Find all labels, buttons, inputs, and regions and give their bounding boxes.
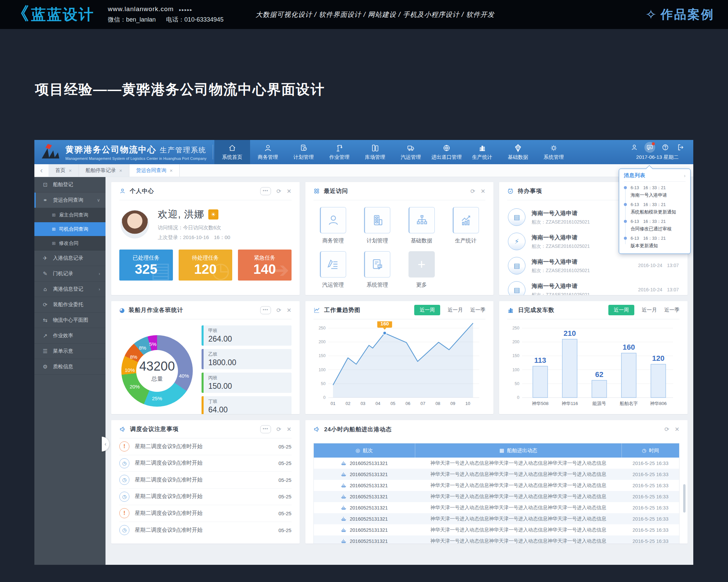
legend-item: 甲班264.00 <box>202 325 291 346</box>
message-item[interactable]: 6-13 16：33：21 系统船舶模块更新通知 <box>624 202 685 215</box>
trend-icon: ↗ <box>42 332 49 339</box>
close-icon[interactable]: × <box>170 168 173 173</box>
nav-item-stats[interactable]: 生产统计 <box>464 140 500 164</box>
meeting-item[interactable]: ! 星期二调度会议9点准时开始 05-25 <box>119 505 291 522</box>
refresh-button[interactable]: ⟳ <box>276 307 281 313</box>
logout-icon[interactable] <box>675 142 686 153</box>
help-icon[interactable] <box>660 142 671 153</box>
filter-month[interactable]: 近一月 <box>448 307 463 313</box>
filter-quarter[interactable]: 近一季 <box>470 307 485 313</box>
meeting-item[interactable]: ◷ 星期二调度会议9点准时开始 05-25 <box>119 488 291 505</box>
sidebar-item-ship-register[interactable]: ⊡ 船舶登记 <box>34 177 105 193</box>
table-row[interactable]: 20160525131321神华天津一号进入动态信息神华天津一号进入动态信息神华… <box>314 480 679 491</box>
filter-month[interactable]: 近一月 <box>642 307 657 313</box>
sidebar-item-employer-contract[interactable]: ⊞ 雇主合同查询 <box>34 208 105 222</box>
message-item[interactable]: 6-13 16：33：21 合同修改已通过审核 <box>624 219 685 232</box>
nav-item-system[interactable]: 系统管理 <box>536 140 572 164</box>
todo-item[interactable]: ▤ 海南一号入港申请 船次：ZZASE20161025021 2016-10-2… <box>507 278 679 295</box>
close-button[interactable]: ✕ <box>286 426 291 433</box>
table-row[interactable]: 20160525131321神华天津一号进入动态信息神华天津一号进入动态信息神华… <box>314 502 679 513</box>
meeting-item[interactable]: ! 星期二调度会议9点准时开始 05-25 <box>119 438 291 455</box>
nav-item-yard[interactable]: 库场管理 <box>357 140 393 164</box>
sidebar-item-freight-contract[interactable]: ⚭ 货运合同查询 ∨ <box>34 193 105 208</box>
table-row[interactable]: 20160525131321神华天津一号进入动态信息神华天津一号进入动态信息神华… <box>314 469 679 480</box>
more-button[interactable]: ••• <box>260 187 271 195</box>
filter-week[interactable]: 近一周 <box>608 305 634 315</box>
close-button[interactable]: ✕ <box>286 307 291 313</box>
tab-home[interactable]: 首页 × <box>49 164 79 177</box>
table-row[interactable]: 20160525131321神华天津一号进入动态信息神华天津一号进入动态信息神华… <box>314 458 679 469</box>
recent-item-business[interactable]: 商务管理 <box>313 207 353 245</box>
meeting-item[interactable]: ◷ 星期二调度会议9点准时开始 05-25 <box>119 522 291 539</box>
profile-icon[interactable] <box>629 142 640 153</box>
close-icon[interactable]: × <box>69 168 72 173</box>
svg-text:能源号: 能源号 <box>593 401 606 406</box>
table-row[interactable]: 20160525131321神华天津一号进入动态信息神华天津一号进入动态信息神华… <box>314 524 679 535</box>
chevron-right-icon[interactable]: › <box>684 173 685 178</box>
recent-item-plan[interactable]: 计划管理 <box>358 207 397 245</box>
user-icon <box>264 144 272 152</box>
close-button[interactable]: ✕ <box>286 188 291 195</box>
recent-item-system[interactable]: 系统管理 <box>358 251 397 289</box>
table-row[interactable]: 20160525131321神华天津一号进入动态信息神华天津一号进入动态信息神华… <box>314 491 679 502</box>
table-row[interactable]: 20160525131321神华天津一号进入动态信息神华天津一号进入动态信息神华… <box>314 513 679 524</box>
stat-pending[interactable]: 待处理任务 120 ◷ <box>179 250 232 281</box>
svg-text:200: 200 <box>512 339 519 344</box>
filter-quarter[interactable]: 近一季 <box>664 307 679 313</box>
sidebar-item-work-efficiency[interactable]: ↗ 作业效率 <box>34 328 105 344</box>
nav-item-operation[interactable]: 作业管理 <box>321 140 357 164</box>
meeting-item[interactable]: ◷ 星期二调度会议9点准时开始 05-25 <box>119 455 291 472</box>
messages-icon[interactable] <box>644 142 655 153</box>
recent-item-truck[interactable]: 汽运管理 <box>313 251 353 289</box>
stat-processed[interactable]: 已处理任务 325 ▤ <box>119 250 173 281</box>
nav-item-truck[interactable]: 汽运管理 <box>393 140 429 164</box>
nav-item-data[interactable]: 基础数据 <box>500 140 536 164</box>
close-icon[interactable]: × <box>119 168 122 173</box>
sidebar-item-modify-contract[interactable]: ⊞ 修改合同 <box>34 236 105 251</box>
meeting-item[interactable]: ◷ 星期二调度会议9点准时开始 05-25 <box>119 472 291 488</box>
line-chart: 05010015020025001020304050607080910160 <box>313 321 485 412</box>
ship-icon <box>341 538 346 543</box>
nav-item-gateway[interactable]: 进出道口管理 <box>429 140 464 164</box>
recent-item-data[interactable]: 基础数据 <box>402 207 441 245</box>
refresh-button[interactable]: ⟳ <box>665 426 669 433</box>
card-title: 待办事项 <box>518 187 542 195</box>
table-row[interactable]: 20160525131321神华天津一号进入动态信息神华天津一号进入动态信息神华… <box>314 535 679 543</box>
sidebar-item-quality-info[interactable]: ⚙ 质检信息 <box>34 359 105 375</box>
sidebar-item-center-plan[interactable]: ⇆ 物流中心平面图 <box>34 312 105 328</box>
sidebar-item-inport-record[interactable]: ✈ 入港信息记录 <box>34 251 105 266</box>
card-personal-center: 个人中心 ••• ⟳ ✕ 欢迎, 洪娜 ☀ 访问情况：今日访问次数6次 <box>111 182 300 295</box>
sidebar-item-loading-commission[interactable]: ⟳ 装船作业委托 <box>34 297 105 312</box>
more-button[interactable]: ••• <box>260 306 271 314</box>
nav-item-home[interactable]: 系统首页 <box>214 140 250 164</box>
tabs-scroll-left[interactable]: ‹ <box>34 164 49 177</box>
nav-item-business[interactable]: 商务管理 <box>250 140 286 164</box>
recent-item-more[interactable]: + 更多 <box>402 251 441 289</box>
refresh-button[interactable]: ⟳ <box>276 188 281 195</box>
close-button[interactable]: ✕ <box>480 188 485 195</box>
nav-item-plan[interactable]: 计划管理 <box>286 140 321 164</box>
svg-text:62: 62 <box>595 370 603 379</box>
monitor-icon: ⊡ <box>42 181 49 188</box>
sidebar-item-menu-demo[interactable]: ☰ 菜单示意 <box>34 344 105 359</box>
refresh-button[interactable]: ⟳ <box>276 426 281 433</box>
stat-urgent[interactable]: 紧急任务 140 ➔ <box>238 250 291 281</box>
portfolio-link[interactable]: ✧ 作品案例 <box>645 6 714 23</box>
app-logo: 黄骅港务公司物流中心 生产管理系统 Management Management … <box>34 140 207 164</box>
sidebar-item-gantry-record[interactable]: ✎ 门机记录 › <box>34 266 105 282</box>
close-button[interactable]: ✕ <box>675 426 679 433</box>
refresh-button[interactable]: ⟳ <box>470 188 475 195</box>
tab-berth-record[interactable]: 船舶停靠记录 × <box>79 164 129 177</box>
message-item[interactable]: 6-13 16：33：21 版本更新通知 <box>624 236 685 249</box>
tab-freight-contract[interactable]: 货运合同查询 × <box>129 164 180 177</box>
svg-text:神华116: 神华116 <box>562 401 578 406</box>
more-button[interactable]: ••• <box>260 425 271 433</box>
sidebar-item-driver-contract[interactable]: ⊞ 司机合同查询 <box>34 222 105 236</box>
recent-item-stats[interactable]: 生产统计 <box>446 207 485 245</box>
sidebar-item-departure-register[interactable]: ⌂ 离港信息登记 › <box>34 282 105 297</box>
scrollbar-thumb[interactable] <box>683 484 685 512</box>
todo-item[interactable]: ▤ 海南一号入港申请 船次：ZZASE20161025021 2016-10-2… <box>507 254 679 278</box>
filter-week[interactable]: 近一周 <box>414 305 440 315</box>
clock-icon: ◷ <box>119 458 129 469</box>
message-item[interactable]: 6-13 16：33：21 海南一号入港申请 <box>624 185 685 198</box>
